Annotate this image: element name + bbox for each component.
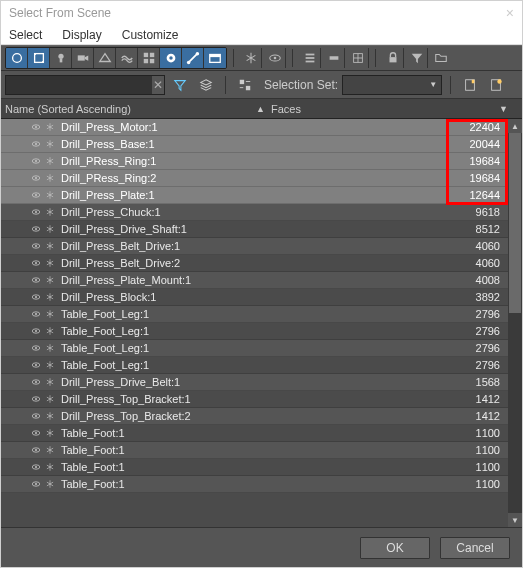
visibility-icon[interactable] bbox=[29, 411, 43, 421]
visibility-icon[interactable] bbox=[29, 462, 43, 472]
table-row[interactable]: Drill_Press_Plate:112644 bbox=[1, 187, 508, 204]
display-xrefs-icon[interactable] bbox=[160, 48, 182, 68]
visibility-icon[interactable] bbox=[29, 224, 43, 234]
display-groups-icon[interactable] bbox=[138, 48, 160, 68]
table-row[interactable]: Drill_PRess_Ring:119684 bbox=[1, 153, 508, 170]
visibility-icon[interactable] bbox=[29, 394, 43, 404]
display-lights-icon[interactable] bbox=[50, 48, 72, 68]
freeze-icon[interactable] bbox=[43, 224, 57, 234]
freeze-icon[interactable] bbox=[43, 207, 57, 217]
visibility-icon[interactable] bbox=[29, 377, 43, 387]
freeze-icon[interactable] bbox=[43, 394, 57, 404]
view-filter-icon[interactable] bbox=[169, 75, 191, 95]
freeze-icon[interactable] bbox=[43, 156, 57, 166]
display-helpers-icon[interactable] bbox=[94, 48, 116, 68]
menu-display[interactable]: Display bbox=[62, 28, 101, 42]
column-faces-header[interactable]: Faces bbox=[271, 103, 496, 115]
table-row[interactable]: Drill_Press_Motor:122404 bbox=[1, 119, 508, 136]
table-row[interactable]: Drill_Press_Top_Bracket:21412 bbox=[1, 408, 508, 425]
freeze-toggle-icon[interactable] bbox=[240, 48, 262, 68]
lock-icon[interactable] bbox=[382, 48, 404, 68]
scroll-up-icon[interactable]: ▲ bbox=[508, 119, 522, 133]
table-row[interactable]: Drill_Press_Base:120044 bbox=[1, 136, 508, 153]
expand-all-icon[interactable] bbox=[299, 48, 321, 68]
visibility-icon[interactable] bbox=[29, 122, 43, 132]
close-icon[interactable]: × bbox=[506, 5, 514, 21]
clear-search-icon[interactable]: ✕ bbox=[152, 76, 164, 94]
table-row[interactable]: Table_Foot:11100 bbox=[1, 476, 508, 493]
display-all-icon[interactable] bbox=[6, 48, 28, 68]
visibility-icon[interactable] bbox=[29, 207, 43, 217]
freeze-icon[interactable] bbox=[43, 275, 57, 285]
toggle-children-icon[interactable] bbox=[347, 48, 369, 68]
freeze-icon[interactable] bbox=[43, 343, 57, 353]
menu-select[interactable]: Select bbox=[9, 28, 42, 42]
column-name-header[interactable]: Name (Sorted Ascending) ▲ bbox=[1, 103, 271, 115]
visibility-icon[interactable] bbox=[29, 173, 43, 183]
table-row[interactable]: Table_Foot_Leg:12796 bbox=[1, 306, 508, 323]
table-row[interactable]: Drill_Press_Belt_Drive:24060 bbox=[1, 255, 508, 272]
visibility-icon[interactable] bbox=[29, 309, 43, 319]
freeze-icon[interactable] bbox=[43, 309, 57, 319]
visibility-icon[interactable] bbox=[29, 326, 43, 336]
visibility-icon[interactable] bbox=[29, 428, 43, 438]
freeze-icon[interactable] bbox=[43, 139, 57, 149]
freeze-icon[interactable] bbox=[43, 377, 57, 387]
visibility-icon[interactable] bbox=[29, 275, 43, 285]
freeze-icon[interactable] bbox=[43, 445, 57, 455]
filter-icon[interactable] bbox=[406, 48, 428, 68]
column-menu-icon[interactable]: ▼ bbox=[496, 104, 508, 114]
selset-new-icon[interactable] bbox=[485, 75, 507, 95]
cancel-button[interactable]: Cancel bbox=[440, 537, 510, 559]
layers-icon[interactable] bbox=[195, 75, 217, 95]
table-row[interactable]: Drill_Press_Chuck:19618 bbox=[1, 204, 508, 221]
visibility-icon[interactable] bbox=[29, 360, 43, 370]
table-row[interactable]: Table_Foot_Leg:12796 bbox=[1, 340, 508, 357]
freeze-icon[interactable] bbox=[43, 462, 57, 472]
table-row[interactable]: Table_Foot:11100 bbox=[1, 442, 508, 459]
vertical-scrollbar[interactable]: ▲ ▼ bbox=[508, 119, 522, 527]
freeze-icon[interactable] bbox=[43, 122, 57, 132]
freeze-icon[interactable] bbox=[43, 479, 57, 489]
table-row[interactable]: Table_Foot:11100 bbox=[1, 459, 508, 476]
freeze-icon[interactable] bbox=[43, 241, 57, 251]
table-row[interactable]: Drill_Press_Belt_Drive:14060 bbox=[1, 238, 508, 255]
visibility-icon[interactable] bbox=[29, 258, 43, 268]
visibility-icon[interactable] bbox=[29, 292, 43, 302]
collapse-all-icon[interactable] bbox=[323, 48, 345, 68]
table-row[interactable]: Table_Foot_Leg:12796 bbox=[1, 323, 508, 340]
display-bones-icon[interactable] bbox=[182, 48, 204, 68]
table-row[interactable]: Drill_Press_Drive_Shaft:18512 bbox=[1, 221, 508, 238]
display-cameras-icon[interactable] bbox=[72, 48, 94, 68]
display-geometry-icon[interactable] bbox=[28, 48, 50, 68]
selset-save-icon[interactable] bbox=[459, 75, 481, 95]
select-options-icon[interactable] bbox=[234, 75, 256, 95]
visibility-icon[interactable] bbox=[29, 156, 43, 166]
visibility-icon[interactable] bbox=[29, 190, 43, 200]
freeze-icon[interactable] bbox=[43, 411, 57, 421]
table-row[interactable]: Drill_Press_Top_Bracket:11412 bbox=[1, 391, 508, 408]
hidden-toggle-icon[interactable] bbox=[264, 48, 286, 68]
visibility-icon[interactable] bbox=[29, 445, 43, 455]
freeze-icon[interactable] bbox=[43, 258, 57, 268]
table-row[interactable]: Drill_Press_Plate_Mount:14008 bbox=[1, 272, 508, 289]
selection-set-dropdown[interactable]: ▼ bbox=[342, 75, 442, 95]
freeze-icon[interactable] bbox=[43, 173, 57, 183]
visibility-icon[interactable] bbox=[29, 343, 43, 353]
table-row[interactable]: Table_Foot_Leg:12796 bbox=[1, 357, 508, 374]
freeze-icon[interactable] bbox=[43, 292, 57, 302]
menu-customize[interactable]: Customize bbox=[122, 28, 179, 42]
table-row[interactable]: Drill_Press_Drive_Belt:11568 bbox=[1, 374, 508, 391]
freeze-icon[interactable] bbox=[43, 360, 57, 370]
freeze-icon[interactable] bbox=[43, 190, 57, 200]
scrollbar-thumb[interactable] bbox=[509, 133, 521, 313]
table-row[interactable]: Table_Foot:11100 bbox=[1, 425, 508, 442]
table-row[interactable]: Drill_Press_Block:13892 bbox=[1, 289, 508, 306]
scroll-down-icon[interactable]: ▼ bbox=[508, 513, 522, 527]
search-input[interactable] bbox=[6, 79, 152, 91]
visibility-icon[interactable] bbox=[29, 139, 43, 149]
table-row[interactable]: Drill_PRess_Ring:219684 bbox=[1, 170, 508, 187]
visibility-icon[interactable] bbox=[29, 479, 43, 489]
display-containers-icon[interactable] bbox=[204, 48, 226, 68]
freeze-icon[interactable] bbox=[43, 428, 57, 438]
